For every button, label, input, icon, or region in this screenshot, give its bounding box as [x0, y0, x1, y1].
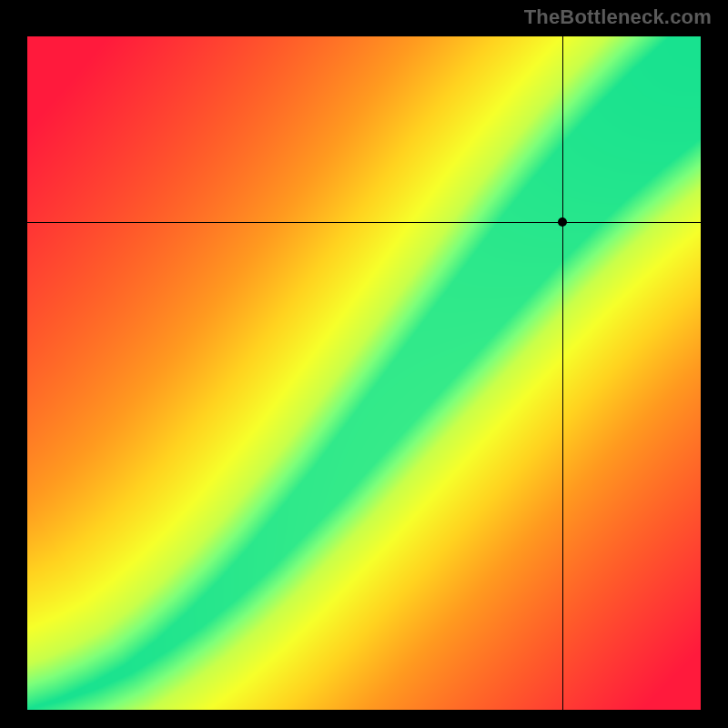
- heatmap-plot: [27, 36, 701, 710]
- watermark-text: TheBottleneck.com: [524, 5, 712, 29]
- app-frame: TheBottleneck.com: [0, 0, 728, 728]
- heatmap-canvas: [27, 36, 701, 710]
